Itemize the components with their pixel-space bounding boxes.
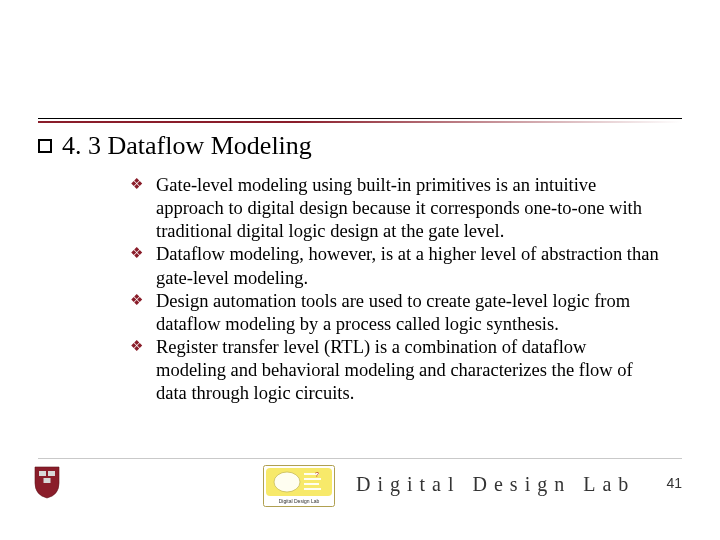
list-item: Dataflow modeling, however, is at a high… (130, 243, 660, 289)
footer-title: Digital Design Lab (356, 473, 635, 496)
list-item: Gate-level modeling using built-in primi… (130, 174, 660, 243)
slide-footer: Digital Design Lab ? Digital Design Lab … (38, 458, 682, 510)
shield-logo-icon (33, 465, 61, 499)
chip-caption: Digital Design Lab (279, 498, 320, 504)
svg-rect-1 (48, 471, 55, 476)
chip-logo-icon: Digital Design Lab ? (263, 465, 335, 507)
svg-rect-2 (44, 478, 51, 483)
bullet-list: Gate-level modeling using built-in primi… (130, 174, 660, 405)
bullet-text: Gate-level modeling using built-in primi… (156, 175, 642, 241)
bullet-text: Design automation tools are used to crea… (156, 291, 630, 334)
page-number: 41 (666, 475, 682, 491)
divider-rule (38, 118, 682, 123)
square-bullet-icon (38, 139, 52, 153)
svg-text:?: ? (315, 471, 319, 478)
list-item: Register transfer level (RTL) is a combi… (130, 336, 660, 405)
bullet-text: Dataflow modeling, however, is at a high… (156, 244, 659, 287)
slide: 4. 3 Dataflow Modeling Gate-level modeli… (0, 0, 720, 540)
heading-text: 4. 3 Dataflow Modeling (62, 131, 312, 161)
section-heading: 4. 3 Dataflow Modeling (38, 131, 312, 161)
svg-rect-0 (39, 471, 46, 476)
bullet-text: Register transfer level (RTL) is a combi… (156, 337, 633, 403)
svg-point-5 (274, 472, 300, 492)
list-item: Design automation tools are used to crea… (130, 290, 660, 336)
